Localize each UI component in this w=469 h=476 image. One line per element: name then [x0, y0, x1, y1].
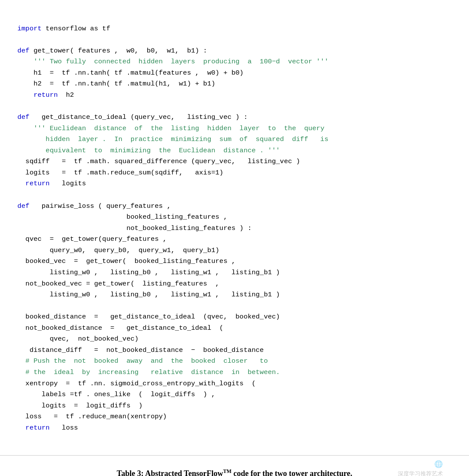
line-booked-vec-args: listing_w0 , listing_b0 , listing_w1 , l…	[17, 269, 280, 276]
caption-superscript: TM	[223, 468, 231, 474]
line-not-booked-vec: not_booked_vec = get_tower( listing_feat…	[17, 280, 219, 288]
line-import: import tensorflow as tf	[17, 25, 110, 33]
line-qvec: qvec = get_tower(query_features ,	[17, 235, 167, 243]
line-def-get-tower: def get_tower( features , w0, b0, w1, b1…	[17, 47, 207, 55]
line-docstring-2b: hidden layer . In practice minimizing su…	[17, 135, 328, 143]
code-block: import tensorflow as tf def get_tower( f…	[17, 12, 452, 445]
line-pairwise-arg2: booked_listing_features ,	[17, 213, 228, 221]
caption-prefix: Table 3: Abstracted TensorFlow	[117, 469, 223, 476]
line-not-booked-vec-args: listing_w0 , listing_b0 , listing_w1 , l…	[17, 291, 280, 299]
line-return-logits: return logits	[17, 180, 86, 187]
line-pairwise-arg3: not_booked_listing_features ) :	[17, 224, 252, 232]
watermark-line1: 深度学习推荐艺术	[398, 469, 443, 476]
line-def-get-distance: def get_distance_to_ideal (query_vec, li…	[17, 113, 248, 121]
code-section: import tensorflow as tf def get_tower( f…	[0, 0, 469, 456]
caption-suffix: code for the two tower architecture.	[231, 469, 352, 476]
caption-text: Table 3: Abstracted TensorFlowTM code fo…	[17, 468, 452, 476]
watermark-logo: 🌐	[398, 459, 443, 469]
line-h1: h1 = tf .nn.tanh( tf .matmul(features , …	[17, 69, 244, 77]
line-sqdiff: sqdiff = tf .math. squared_difference (q…	[17, 158, 300, 165]
line-xentropy: xentropy = tf .nn. sigmoid_cross_entropy…	[17, 380, 256, 387]
line-not-booked-distance-args: qvec, not_booked_vec)	[17, 335, 139, 343]
line-comment-1: # Push the not booked away and the booke…	[17, 357, 268, 365]
caption-section: Table 3: Abstracted TensorFlowTM code fo…	[0, 456, 469, 476]
line-logits2: logits = logit_diffs )	[17, 402, 142, 410]
line-logits: logits = tf .math.reduce_sum(sqdiff, axi…	[17, 169, 223, 177]
page-container: import tensorflow as tf def get_tower( f…	[0, 0, 469, 476]
line-not-booked-distance: not_booked_distance = get_distance_to_id…	[17, 324, 223, 332]
line-return-h2: return h2	[17, 91, 74, 99]
line-h2: h2 = tf .nn.tanh( tf .matmul(h1, w1) + b…	[17, 80, 215, 88]
line-distance-diff: distance_diff = not_booked_distance − bo…	[17, 346, 264, 354]
line-docstring-1: ''' Two fully connected hidden layers pr…	[17, 58, 328, 66]
line-docstring-2a: ''' Euclidean distance of the listing hi…	[17, 125, 324, 132]
watermark: 🌐 深度学习推荐艺术 @51CTO博客	[398, 459, 443, 476]
watermark-icon: 🌐	[434, 460, 443, 468]
line-def-pairwise: def pairwise_loss ( query_features ,	[17, 202, 171, 210]
line-return-loss: return loss	[17, 424, 78, 432]
line-docstring-2c: equivalent to minimizing the Euclidean d…	[17, 147, 280, 154]
line-labels: labels =tf . ones_like ( logit_diffs ) ,	[17, 391, 215, 398]
line-comment-2: # the ideal by increasing relative dista…	[17, 368, 280, 376]
line-qvec-args: query_w0, query_b0, query_w1, query_b1)	[17, 246, 219, 254]
line-loss: loss = tf .reduce_mean(xentropy)	[17, 413, 167, 420]
line-booked-distance: booked_distance = get_distance_to_ideal …	[17, 313, 280, 321]
line-booked-vec: booked_vec = get_tower( booked_listing_f…	[17, 257, 235, 265]
